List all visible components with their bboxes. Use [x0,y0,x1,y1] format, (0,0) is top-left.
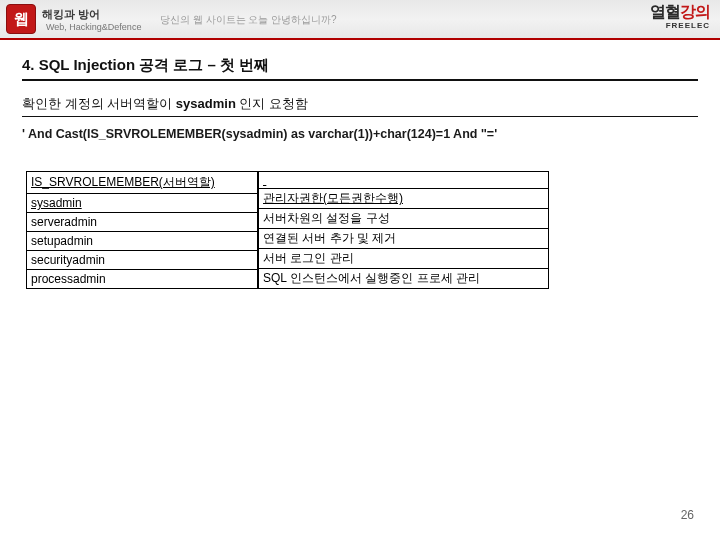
table-cell-empty [259,172,549,189]
sql-code: ' And Cast(IS_SRVROLEMEMBER(sysadmin) as… [22,127,698,141]
table-cell: IS_SRVROLEMEMBER(서버역할) [27,172,258,194]
description-line: 확인한 계정의 서버역할이 sysadmin 인지 요청함 [22,95,698,117]
top-banner: 웹 해킹과 방어 Web, Hacking&Defence 당신의 웹 사이트는… [0,0,720,40]
roles-table-right: 관리자권한(모든권한수행) 서버차원의 설정을 구성 연결된 서버 추가 및 제… [258,171,549,289]
table-cell: sysadmin [27,194,258,213]
roles-table-left: IS_SRVROLEMEMBER(서버역할) sysadmin serverad… [26,171,258,289]
table-cell: 연결된 서버 추가 및 제거 [259,229,549,249]
right-brand: 열혈강의 FREELEC [650,2,710,30]
table-cell: 서버차원의 설정을 구성 [259,209,549,229]
table-cell: processadmin [27,270,258,289]
desc-bold: sysadmin [176,96,236,111]
content-area: 4. SQL Injection 공격 로그 – 첫 번째 확인한 계정의 서버… [0,40,720,289]
table-cell: 서버 로그인 관리 [259,249,549,269]
logo-sub: Web, Hacking&Defence [46,22,141,32]
table-cell: setupadmin [27,232,258,251]
desc-prefix: 확인한 계정의 서버역할이 [22,96,176,111]
table-cell: serveradmin [27,213,258,232]
table-cell: 관리자권한(모든권한수행) [259,189,549,209]
section-title: 4. SQL Injection 공격 로그 – 첫 번째 [22,56,698,81]
brand-kr-2: 강의 [680,3,710,20]
logo-area: 웹 해킹과 방어 Web, Hacking&Defence [6,4,141,34]
tables-row: IS_SRVROLEMEMBER(서버역할) sysadmin serverad… [26,171,694,289]
logo-badge: 웹 [6,4,36,34]
page-number: 26 [681,508,694,522]
tagline: 당신의 웹 사이트는 오늘 안녕하십니까? [160,13,337,27]
table-cell: securityadmin [27,251,258,270]
table-cell: SQL 인스턴스에서 실행중인 프로세 관리 [259,269,549,289]
logo-text: 해킹과 방어 Web, Hacking&Defence [42,7,141,32]
brand-kr: 열혈강의 [650,2,710,23]
desc-suffix: 인지 요청함 [236,96,308,111]
brand-kr-1: 열혈 [650,3,680,20]
logo-main: 해킹과 방어 [42,8,100,20]
